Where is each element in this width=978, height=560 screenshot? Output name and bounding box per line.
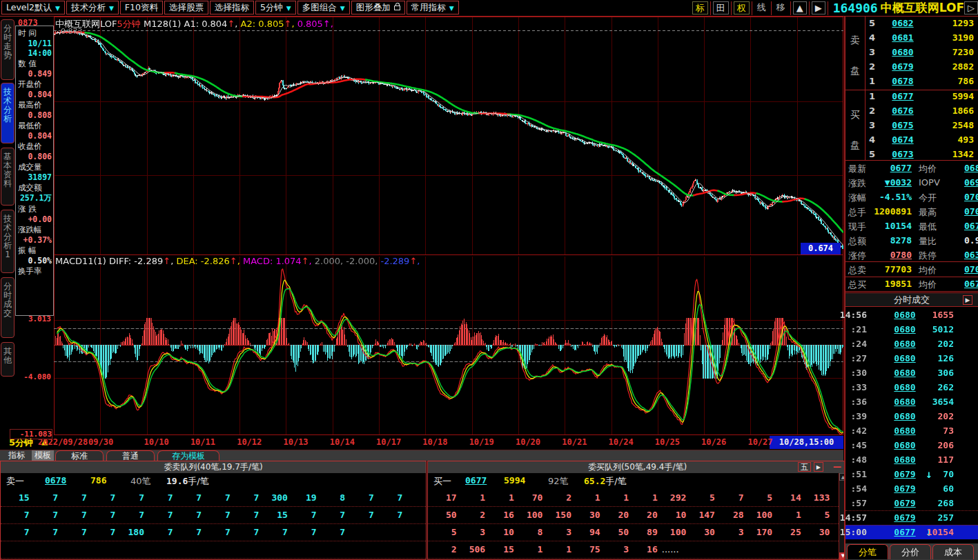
queue-cell: 19	[288, 490, 317, 506]
indicator-tab-1[interactable]: 指标	[4, 450, 29, 461]
sidebar-tab-2[interactable]: 技术分析	[1, 83, 14, 143]
menu-item-4[interactable]: 选择股票	[164, 1, 208, 14]
menu-item-7[interactable]: 多图组合▼	[297, 1, 350, 14]
minimize-button[interactable]: —	[833, 461, 841, 473]
tape-count: 262	[956, 525, 978, 539]
quote-label: 最低	[919, 221, 937, 233]
tape-volume: 262	[938, 380, 954, 394]
stock-name: 中概互联网LOF	[881, 1, 964, 14]
divider	[845, 291, 978, 292]
queue-cell: 1	[772, 508, 801, 523]
title-part: -2.289	[380, 256, 409, 266]
queue-cell: 7	[231, 508, 260, 523]
queue-grid: 1577777777300198777777777771577777777180…	[1, 490, 426, 560]
order-volume: 1293	[921, 18, 974, 28]
menu-item-9[interactable]: 常用指标▼	[407, 1, 459, 14]
queue-cell: 300	[259, 490, 288, 506]
dropdown-arrow-icon: ▼	[449, 5, 454, 12]
queue-count: 40笔	[130, 475, 151, 488]
tape-tab-3[interactable]: 成本	[932, 544, 974, 559]
order-volume: 1866	[921, 106, 974, 116]
sidebar-tab-5[interactable]: 分时成交	[1, 277, 14, 338]
sidebar-tab-4[interactable]: 技术分析1	[1, 210, 14, 273]
price-macd-chart[interactable]	[54, 17, 843, 435]
menu-item-3[interactable]: F10资料	[120, 1, 163, 14]
queue-cell: 7	[345, 508, 374, 523]
queue-avg-unit: 手/笔	[188, 476, 208, 486]
tool-2[interactable]: 田	[713, 1, 729, 14]
tape-time: :27	[851, 351, 867, 366]
stat-value: 31897	[16, 172, 53, 182]
order-level: 5	[869, 18, 875, 28]
sidebar-tab-6[interactable]: 其他	[1, 342, 14, 377]
queue-count: 92笔	[548, 475, 569, 488]
tape-time: :30	[851, 366, 867, 380]
total-value: 067	[964, 279, 978, 289]
tool-5[interactable]: 移	[774, 1, 788, 14]
sidebar-tab-3[interactable]: 基本资料	[1, 148, 14, 206]
indicator-tab-4[interactable]: 普通	[106, 450, 155, 461]
quote-value: 069	[964, 177, 978, 188]
menu-item-2[interactable]: 技术分析▼	[66, 1, 119, 14]
tape-tab-1[interactable]: 分笔	[847, 544, 888, 559]
window-up-icon[interactable]: ▲	[793, 1, 807, 14]
menu-item-1[interactable]: Level2默认▼	[1, 1, 65, 14]
tape-count: 22	[956, 380, 978, 394]
queue-cell: 30	[801, 525, 830, 540]
queue-cell: 7	[317, 525, 346, 540]
menu-item-5[interactable]: 选择指标	[210, 1, 254, 14]
menu-item-8[interactable]: 图形叠加	[351, 1, 405, 14]
queue-cell: 5	[686, 490, 715, 506]
date-label: 10/24	[609, 437, 634, 447]
tape-count: 4	[956, 467, 978, 481]
menu-item-label: Level2默认	[6, 2, 52, 12]
indicator-tab-3[interactable]: 标准	[55, 450, 104, 461]
indicator-tab-bar: 指标模板标准普通存为模板	[0, 450, 843, 461]
tape-tab-2[interactable]: 分价	[890, 544, 931, 559]
queue-cell: 7	[374, 490, 403, 506]
queue-row: 157777777730019877	[1, 490, 426, 507]
quote-value: ▼0032	[862, 177, 912, 188]
sidebar-tab-1[interactable]: 分时走势	[1, 19, 14, 80]
queue-cell: 7	[231, 525, 260, 540]
corner-icon[interactable]: ▷	[964, 1, 978, 14]
tape-volume: 73	[943, 423, 954, 438]
queue-cell: 7	[1, 525, 30, 540]
tool-1[interactable]: 标	[692, 1, 708, 14]
five-grade-button[interactable]: 五	[798, 462, 811, 472]
quote-label: 今开	[919, 192, 937, 204]
queue-cell: 2	[457, 508, 486, 523]
queue-volume: 5994	[504, 475, 525, 486]
tape-volume: 3654	[932, 394, 954, 409]
queue-cell: 1	[542, 542, 571, 557]
stat-value: 0.804	[16, 90, 53, 99]
play-button[interactable]: ▶	[814, 462, 823, 472]
tool-4[interactable]: 线	[754, 1, 769, 14]
tape-play-icon[interactable]: ▶	[963, 295, 972, 305]
queue-cell: 7	[202, 525, 231, 540]
macd-title: MACD11(1) DIFF: -2.289↑, DEA: -2.826↑, M…	[55, 256, 420, 266]
queue-cell: 170	[744, 525, 773, 540]
queue-cell: 7	[288, 525, 317, 540]
tape-time: :45	[851, 438, 867, 452]
indicator-tab-2[interactable]: 模板	[32, 450, 54, 461]
queue-cell: 3	[457, 525, 486, 540]
stat-label: 最高价	[16, 100, 53, 110]
queue-cell: 25	[772, 525, 801, 540]
order-level: 3	[869, 120, 875, 130]
queue-summary: 买一0677599492笔65.2手/笔	[428, 473, 847, 490]
stat-label: 成交量	[16, 162, 53, 172]
window-next-icon[interactable]: ▶	[812, 1, 825, 14]
queue-cell: 1	[571, 490, 600, 506]
menu-right-tools: 标田权线移▲▶164906中概互联网LOF▷	[692, 0, 978, 16]
queue-cell: 1	[457, 490, 486, 506]
tape-separator	[845, 525, 978, 526]
menu-item-label: 5分钟	[260, 2, 283, 12]
indicator-tab-5[interactable]: 存为模板	[157, 450, 219, 461]
stat-value: 0.808	[16, 110, 53, 120]
stat-label: 数 值	[16, 59, 53, 69]
tape-price: 0680	[884, 452, 926, 467]
menu-item-6[interactable]: 5分钟▼	[255, 1, 296, 14]
menu-separator	[809, 1, 810, 15]
tool-3[interactable]: 权	[734, 1, 750, 14]
